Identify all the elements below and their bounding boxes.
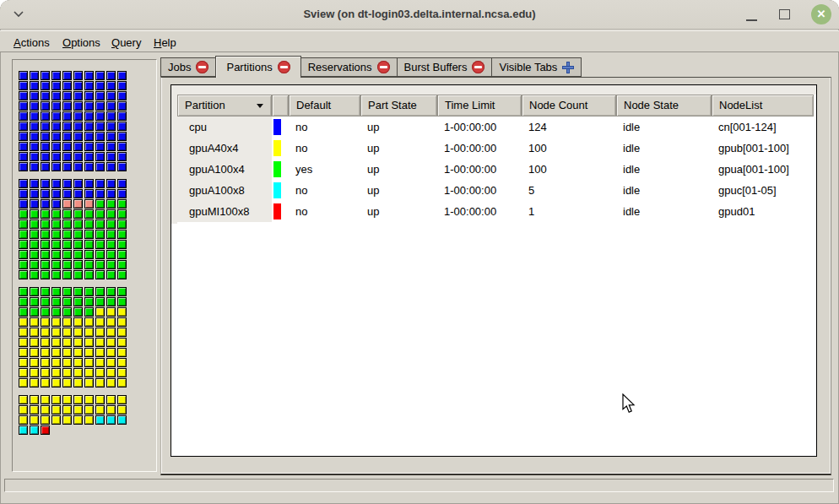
node-square[interactable] [51,415,61,425]
node-square[interactable] [106,101,116,111]
node-square[interactable] [62,132,72,141]
menu-help[interactable]: Help [150,35,180,51]
node-square[interactable] [106,162,116,171]
no-entry-icon[interactable] [472,61,484,73]
node-square[interactable] [19,179,28,188]
node-square[interactable] [106,307,116,317]
node-square[interactable] [106,395,116,404]
node-square[interactable] [19,199,28,209]
node-square[interactable] [41,162,50,171]
column-header-time_limit[interactable]: Time Limit [437,95,522,117]
node-square[interactable] [95,199,105,209]
node-square[interactable] [19,317,28,327]
menu-actions[interactable]: Actions [10,35,53,51]
node-square[interactable] [30,297,39,306]
node-square[interactable] [62,122,72,131]
node-square[interactable] [41,307,50,317]
node-square[interactable] [106,132,116,141]
node-square[interactable] [19,250,28,259]
node-square[interactable] [51,189,61,198]
node-square[interactable] [41,287,50,296]
node-square[interactable] [73,71,83,80]
node-square[interactable] [62,179,72,188]
node-square[interactable] [117,122,127,131]
column-dropdown-arrow-icon[interactable] [257,104,263,108]
node-square[interactable] [19,189,28,198]
node-square[interactable] [30,219,39,229]
node-square[interactable] [51,91,61,100]
node-square[interactable] [95,395,105,404]
node-square[interactable] [51,317,61,327]
node-square[interactable] [30,101,39,111]
node-square[interactable] [19,260,28,269]
node-square[interactable] [30,162,39,171]
node-square[interactable] [73,378,83,387]
node-square[interactable] [30,307,39,317]
node-square[interactable] [73,152,83,161]
node-square[interactable] [73,287,83,296]
node-square[interactable] [73,338,83,347]
node-square[interactable] [19,81,28,90]
node-square[interactable] [62,297,72,306]
node-square[interactable] [19,122,28,131]
node-square[interactable] [41,152,50,161]
node-square[interactable] [41,230,50,239]
node-square[interactable] [51,71,61,80]
node-square[interactable] [62,415,72,425]
node-square[interactable] [51,199,61,209]
tab-reservations[interactable]: Reservations [300,57,398,77]
node-square[interactable] [51,179,61,188]
node-square[interactable] [95,142,105,151]
node-square[interactable] [19,162,28,171]
node-square[interactable] [30,71,39,80]
node-square[interactable] [19,307,28,317]
node-square[interactable] [73,132,83,141]
column-header-node_count[interactable]: Node Count [522,95,616,117]
plus-icon[interactable] [562,62,574,73]
node-square[interactable] [73,122,83,131]
node-square[interactable] [41,250,50,259]
node-square[interactable] [95,122,105,131]
node-square[interactable] [30,132,39,141]
node-square[interactable] [62,199,72,209]
no-entry-icon[interactable] [377,61,390,73]
node-square[interactable] [106,348,116,357]
node-square[interactable] [117,270,127,279]
node-square[interactable] [41,405,50,415]
node-square[interactable] [51,297,61,306]
node-square[interactable] [84,368,94,377]
node-square[interactable] [62,71,72,80]
node-square[interactable] [95,162,105,171]
node-square[interactable] [73,111,83,121]
node-square[interactable] [117,209,127,219]
node-square[interactable] [117,328,127,337]
node-square[interactable] [95,250,105,259]
node-square[interactable] [62,230,72,239]
node-square[interactable] [62,358,72,367]
node-square[interactable] [41,91,50,100]
node-square[interactable] [84,297,94,306]
node-square[interactable] [41,189,50,198]
node-square[interactable] [51,348,61,357]
node-square[interactable] [106,378,116,387]
table-row[interactable]: gpuA100x4yesup1-00:00:00100idlegpua[001-… [171,159,816,180]
node-square[interactable] [117,287,127,296]
node-square[interactable] [84,307,94,317]
node-square[interactable] [106,179,116,188]
node-square[interactable] [73,395,83,404]
node-square[interactable] [30,405,39,415]
node-square[interactable] [30,209,39,219]
node-square[interactable] [95,287,105,296]
node-square[interactable] [62,81,72,90]
node-square[interactable] [84,317,94,327]
node-square[interactable] [19,101,28,111]
node-square[interactable] [41,81,50,90]
node-square[interactable] [51,230,61,239]
node-square[interactable] [41,270,50,279]
node-square[interactable] [41,338,50,347]
node-square[interactable] [41,101,50,111]
node-square[interactable] [117,101,127,111]
tab-jobs[interactable]: Jobs [160,57,216,77]
node-square[interactable] [30,152,39,161]
node-square[interactable] [106,328,116,337]
